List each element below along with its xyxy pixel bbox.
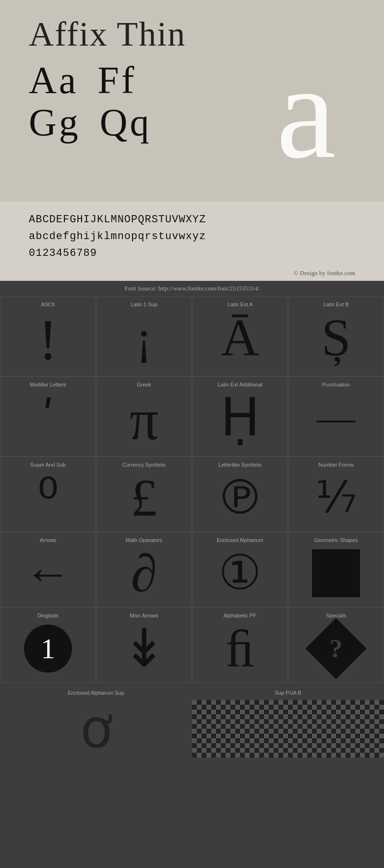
glyph-symbol-specials: ? xyxy=(310,622,362,675)
bottom-glyph-omega: ơ xyxy=(0,698,192,760)
glyph-cell-currency: Currency Symbols £ xyxy=(96,457,192,532)
glyph-symbol-latinextb: Ș xyxy=(321,311,350,364)
glyph-symbol-letterlike: ℗ xyxy=(216,471,264,524)
glyph-cell-modifier: Modifier Letters ʹ xyxy=(0,376,96,457)
glyph-symbol-miscarrows: ↡ xyxy=(122,622,166,675)
glyph-symbol-mathops: ∂ xyxy=(131,547,157,600)
glyph-cell-mathops: Math Operators ∂ xyxy=(96,532,192,607)
glyph-symbol-numberforms: ⅐ xyxy=(315,471,357,524)
letter-pair-ff: Ff xyxy=(97,59,136,101)
omega-symbol: ơ xyxy=(80,698,112,760)
glyph-cell-greek: Greek π xyxy=(96,376,192,457)
glyph-cell-arrows: Arrows ← xyxy=(0,532,96,607)
glyph-symbol-latin1sup: ¡ xyxy=(136,311,152,364)
glyph-label-enclosed: Enclosed Alphanum xyxy=(216,537,263,543)
glyph-label-mathops: Math Operators xyxy=(126,537,162,543)
letter-pair-qq: Qq xyxy=(100,101,152,144)
glyph-grid: ASCII ! Latin 1 Sup ¡ Latin Ext A Ā Lati… xyxy=(0,296,384,683)
glyph-label-geometric: Geometric Shapes xyxy=(314,537,358,543)
letter-showcase: Aa Ff Gg Qq a xyxy=(29,59,355,144)
glyph-cell-latinextadd: Latin Ext Additional Ḥ xyxy=(192,376,288,457)
glyph-symbol-modifier: ʹ xyxy=(42,391,54,444)
source-line: Font Source: http://www.fontke.com/font/… xyxy=(0,281,384,296)
checkerboard-pattern xyxy=(192,700,384,758)
glyph-label-ascii: ASCII xyxy=(41,301,55,307)
glyph-cell-geometric: Geometric Shapes xyxy=(288,532,384,607)
glyph-cell-numberforms: Number Forms ⅐ xyxy=(288,457,384,532)
glyph-cell-miscarrows: Misc Arrows ↡ xyxy=(96,607,192,683)
bottom-glyphs: ơ xyxy=(0,698,384,760)
glyph-symbol-alphabeticpf: ﬁ xyxy=(225,622,254,675)
glyph-cell-specials: Specials ? xyxy=(288,607,384,683)
big-letter-a: a xyxy=(276,45,336,179)
glyph-label-letterlike: Letterlike Symbols xyxy=(218,462,262,468)
letter-pairs: Aa Ff Gg Qq xyxy=(29,59,152,144)
header-section: Affix Thin Aa Ff Gg Qq a xyxy=(0,0,384,202)
glyph-cell-alphabeticpf: Alphabetic PF ﬁ xyxy=(192,607,288,683)
glyph-symbol-punctuation: — xyxy=(317,391,355,444)
alphabet-lower: abcdefghijklmnopqrstuvwxyz xyxy=(29,228,355,245)
glyph-label-numberforms: Number Forms xyxy=(318,462,353,468)
glyph-cell-punctuation: Punctuation — xyxy=(288,376,384,457)
glyph-label-modifier: Modifier Letters xyxy=(30,382,66,387)
glyph-cell-latin1sup: Latin 1 Sup ¡ xyxy=(96,296,192,376)
glyph-symbol-enclosed: ① xyxy=(218,547,262,600)
credit-line: © Design by fontke.com xyxy=(0,267,384,281)
glyph-symbol-greek: π xyxy=(130,391,159,449)
glyph-cell-enclosed: Enclosed Alphanum ① xyxy=(192,532,288,607)
glyph-cell-latinexta: Latin Ext A Ā xyxy=(192,296,288,376)
glyph-label-miscarrows: Misc Arrows xyxy=(130,613,158,618)
glyph-label-latin1sup: Latin 1 Sup xyxy=(131,301,157,307)
glyph-label-specials: Specials xyxy=(326,613,346,618)
bottom-labels: Enclosed Alpharum Sup Sup PUA B xyxy=(0,687,384,698)
glyph-cell-latinextb: Latin Ext B Ș xyxy=(288,296,384,376)
glyph-cell-supersub: Super And Sub ⁰ xyxy=(0,457,96,532)
glyph-label-latinexta: Latin Ext A xyxy=(228,301,253,307)
letter-pair-gg: Gg xyxy=(29,101,81,144)
glyph-symbol-arrows: ← xyxy=(24,547,72,600)
glyph-label-dingbats: Dingbats xyxy=(37,613,58,618)
glyph-label-greek: Greek xyxy=(137,382,151,387)
digits: 0123456789 xyxy=(29,245,355,262)
glyph-label-latinextadd: Latin Ext Additional xyxy=(217,382,263,387)
glyph-symbol-latinexta: Ā xyxy=(221,311,259,364)
glyph-label-arrows: Arrows xyxy=(40,537,56,543)
glyph-symbol-latinextadd: Ḥ xyxy=(220,391,260,444)
glyph-symbol-geometric xyxy=(312,547,360,600)
glyph-label-punctuation: Punctuation xyxy=(322,382,350,387)
glyph-symbol-ascii: ! xyxy=(38,311,58,369)
glyph-symbol-supersub: ⁰ xyxy=(37,471,59,524)
alphabet-upper: ABCDEFGHIJKLMNOPQRSTUVWXYZ xyxy=(29,211,355,228)
letter-pair-aa: Aa xyxy=(29,59,78,101)
glyph-label-supersub: Super And Sub xyxy=(30,462,66,468)
glyph-symbol-currency: £ xyxy=(131,471,157,524)
glyph-label-alphabeticpf: Alphabetic PF xyxy=(224,613,256,618)
glyph-cell-dingbats: Dingbats 1 xyxy=(0,607,96,683)
letter-row-1: Aa Ff xyxy=(29,59,152,101)
bottom-label-suppuab: Sup PUA B xyxy=(192,687,384,698)
bottom-section: Enclosed Alpharum Sup Sup PUA B ơ xyxy=(0,683,384,760)
bottom-glyph-checker xyxy=(192,698,384,760)
glyph-label-latinextb: Latin Ext B xyxy=(323,301,348,307)
alphabet-section: ABCDEFGHIJKLMNOPQRSTUVWXYZ abcdefghijklm… xyxy=(0,202,384,267)
glyph-cell-ascii: ASCII ! xyxy=(0,296,96,376)
glyph-label-currency: Currency Symbols xyxy=(122,462,166,468)
letter-row-2: Gg Qq xyxy=(29,101,152,144)
glyph-cell-letterlike: Letterlike Symbols ℗ xyxy=(192,457,288,532)
bottom-label-enclosedalpharumsup: Enclosed Alpharum Sup xyxy=(0,687,192,698)
glyph-symbol-dingbats: 1 xyxy=(24,622,72,675)
